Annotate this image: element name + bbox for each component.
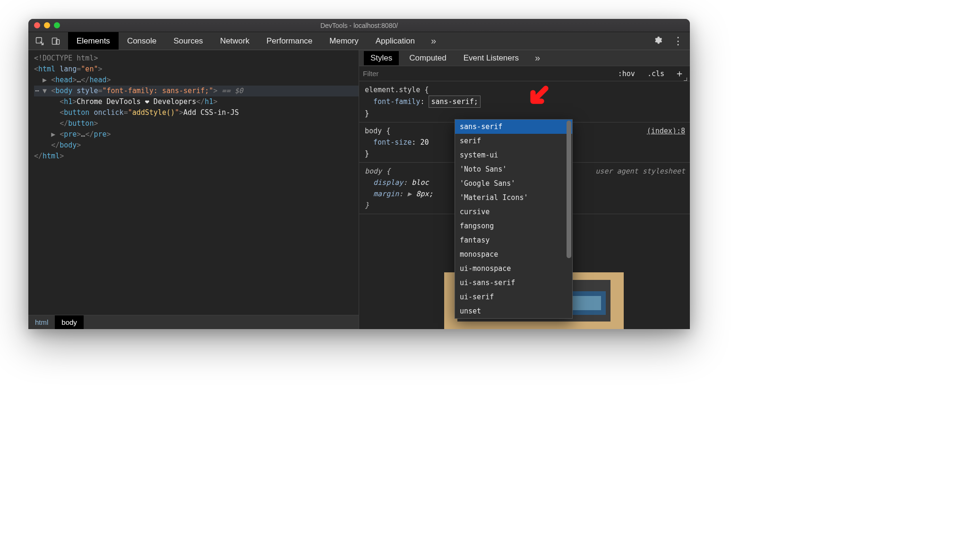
autocomplete-option[interactable]: ui-serif <box>455 290 572 304</box>
sidebar-subtabs: Styles Computed Event Listeners » <box>359 50 690 66</box>
devtools-window: DevTools - localhost:8080/ Elements Cons… <box>28 19 690 329</box>
device-toolbar-icon[interactable] <box>49 35 62 48</box>
autocomplete-option[interactable]: 'Material Icons' <box>455 191 572 205</box>
user-agent-label: user agent stylesheet <box>595 165 685 177</box>
css-property-name[interactable]: font-family <box>373 97 420 106</box>
tab-memory[interactable]: Memory <box>321 32 367 50</box>
rule-selector[interactable]: body { <box>365 167 390 175</box>
css-property-value[interactable]: 8px; <box>416 190 433 198</box>
dom-button-close[interactable]: </button> <box>34 118 359 129</box>
autocomplete-option[interactable]: monospace <box>455 247 572 261</box>
rule-selector[interactable]: element.style { <box>365 86 429 94</box>
subtab-event-listeners[interactable]: Event Listeners <box>457 51 525 65</box>
tab-elements[interactable]: Elements <box>68 32 119 50</box>
minimize-window-icon[interactable] <box>44 22 50 28</box>
close-window-icon[interactable] <box>34 22 40 28</box>
rule-selector[interactable]: body { <box>365 127 390 135</box>
dom-head[interactable]: ▶ <head>…</head> <box>34 75 359 86</box>
elements-pane: <!DOCTYPE html> <html lang="en"> ▶ <head… <box>28 50 359 329</box>
more-subtabs-icon[interactable]: » <box>530 52 545 63</box>
main-toolbar: Elements Console Sources Network Perform… <box>28 32 690 50</box>
inspect-element-icon[interactable] <box>33 35 46 48</box>
tab-console[interactable]: Console <box>119 32 165 50</box>
styles-sidebar: Styles Computed Event Listeners » :hov .… <box>359 50 690 329</box>
subtab-computed[interactable]: Computed <box>403 51 453 65</box>
styles-pane[interactable]: element.style { font-family: sans-serif;… <box>359 81 690 329</box>
css-property-name[interactable]: display <box>373 178 403 187</box>
window-title: DevTools - localhost:8080/ <box>28 22 690 29</box>
cls-toggle[interactable]: .cls <box>644 69 668 79</box>
maximize-window-icon[interactable] <box>54 22 60 28</box>
autocomplete-option[interactable]: cursive <box>455 205 572 219</box>
css-property-name[interactable]: font-size <box>373 138 412 147</box>
stylesheet-link[interactable]: (index):8 <box>647 125 685 137</box>
styles-filter-row: :hov .cls ＋ <box>359 66 690 81</box>
tab-performance[interactable]: Performance <box>258 32 321 50</box>
panel-tabs: Elements Console Sources Network Perform… <box>68 32 423 50</box>
new-style-rule-button[interactable]: ＋ <box>673 67 686 80</box>
dom-button-open[interactable]: <button onclick="addStyle()">Add CSS-in-… <box>34 107 359 118</box>
more-tabs-icon[interactable]: » <box>426 35 441 46</box>
autocomplete-option[interactable]: 'Noto Sans' <box>455 162 572 176</box>
css-property-name[interactable]: margin <box>373 190 399 198</box>
breadcrumb-body[interactable]: body <box>55 315 84 329</box>
autocomplete-option[interactable]: ui-monospace <box>455 261 572 276</box>
breadcrumb: html body <box>28 315 359 329</box>
traffic-lights <box>28 22 60 28</box>
dom-doctype[interactable]: <!DOCTYPE html> <box>34 53 359 64</box>
autocomplete-option[interactable]: serif <box>455 134 572 148</box>
css-autocomplete-dropdown[interactable]: sans-serifserifsystem-ui'Noto Sans''Goog… <box>455 119 573 319</box>
subtab-styles[interactable]: Styles <box>364 51 399 65</box>
dom-tree[interactable]: <!DOCTYPE html> <html lang="en"> ▶ <head… <box>28 50 359 315</box>
dom-body-open[interactable]: ▼ <body style="font-family: sans-serif;"… <box>34 86 359 96</box>
css-value-editing[interactable]: sans-serif; <box>429 96 480 108</box>
styles-filter-input[interactable] <box>363 70 610 78</box>
tab-sources[interactable]: Sources <box>165 32 211 50</box>
annotation-arrow-icon <box>524 84 550 113</box>
dom-body-close[interactable]: </body> <box>34 140 359 151</box>
autocomplete-option[interactable]: 'Google Sans' <box>455 176 572 191</box>
autocomplete-option[interactable]: fantasy <box>455 233 572 247</box>
kebab-menu-icon[interactable]: ⋮ <box>669 36 687 46</box>
autocomplete-option[interactable]: fangsong <box>455 219 572 233</box>
autocomplete-option[interactable]: system-ui <box>455 148 572 162</box>
tab-application[interactable]: Application <box>367 32 423 50</box>
titlebar: DevTools - localhost:8080/ <box>28 19 690 32</box>
dom-pre[interactable]: ▶ <pre>…</pre> <box>34 129 359 140</box>
autocomplete-option[interactable]: ui-sans-serif <box>455 276 572 290</box>
settings-gear-icon[interactable] <box>649 35 666 47</box>
autocomplete-option[interactable]: sans-serif <box>455 120 572 134</box>
dom-html-open[interactable]: <html lang="en"> <box>34 64 359 75</box>
split-panes: <!DOCTYPE html> <html lang="en"> ▶ <head… <box>28 50 690 329</box>
dropdown-scrollbar[interactable] <box>567 121 571 317</box>
dom-html-close[interactable]: </html> <box>34 151 359 162</box>
css-property-value[interactable]: bloc <box>412 178 429 187</box>
autocomplete-option[interactable]: unset <box>455 304 572 318</box>
css-property-value[interactable]: 20 <box>420 138 429 147</box>
dom-h1[interactable]: <h1>Chrome DevTools ❤ Developers</h1> <box>34 96 359 107</box>
breadcrumb-html[interactable]: html <box>28 315 55 329</box>
hov-toggle[interactable]: :hov <box>614 69 639 79</box>
tab-network[interactable]: Network <box>212 32 258 50</box>
